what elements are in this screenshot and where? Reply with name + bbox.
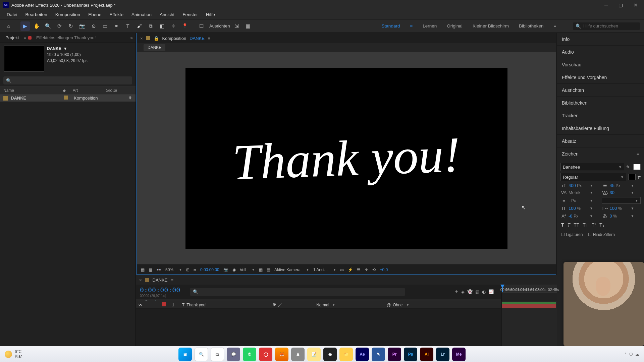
timeline-menu-icon[interactable]: ≡	[171, 278, 173, 283]
col-type[interactable]: Art	[73, 88, 106, 93]
panel-overflow-icon[interactable]: »	[130, 35, 133, 40]
stroke-color-swatch[interactable]	[628, 174, 636, 180]
panel-tracker[interactable]: Tracker	[557, 109, 644, 122]
clone-tool[interactable]: ⧉	[146, 21, 155, 31]
superscript-button[interactable]: T¹	[592, 222, 596, 228]
project-tab[interactable]: Projekt	[3, 34, 21, 42]
layer-video-toggle[interactable]: 👁	[139, 303, 143, 307]
pen-tool[interactable]: ✒	[112, 21, 121, 31]
col-size[interactable]: Größe	[106, 88, 132, 93]
rotate-tool[interactable]: ↻	[66, 21, 75, 31]
explorer-icon[interactable]: 🗂	[211, 348, 224, 361]
zoom-tool[interactable]: 🔍	[43, 21, 53, 31]
mask-icon[interactable]: 👓	[156, 267, 161, 272]
workspace-lernen[interactable]: Lernen	[423, 23, 437, 28]
comp-tab-menu-icon[interactable]: ≡	[208, 36, 211, 41]
guides-icon[interactable]: ▤	[267, 267, 270, 272]
panel-audio[interactable]: Audio	[557, 46, 644, 58]
font-family-select[interactable]: Banshee▼	[560, 163, 624, 171]
resolution-select[interactable]: Voll	[240, 267, 246, 272]
tracking-value[interactable]: 30	[610, 190, 628, 195]
text-tool[interactable]: T	[123, 21, 132, 31]
lock-icon[interactable]: 🔒	[154, 36, 159, 41]
label-color-icon[interactable]	[64, 96, 68, 100]
menu-komposition[interactable]: Komposition	[52, 11, 84, 18]
snap-checkbox[interactable]: ☐	[197, 21, 206, 31]
layer-name[interactable]: Thank you!	[186, 303, 206, 307]
menu-datei[interactable]: Datei	[3, 11, 21, 18]
timeline-close-icon[interactable]: ×	[139, 278, 142, 283]
puppet-tool[interactable]: 📍	[180, 21, 190, 31]
brush-tool[interactable]: 🖌	[135, 21, 144, 31]
menu-bearbeiten[interactable]: Bearbeiten	[22, 11, 51, 18]
layer-clip[interactable]	[502, 302, 556, 308]
comp-mini-flow-icon[interactable]: ⚘	[454, 289, 459, 294]
hscale-value[interactable]: 100 %	[610, 206, 628, 211]
taskbar-search[interactable]: 🔍	[195, 348, 208, 361]
home-icon[interactable]: ⌂	[4, 21, 13, 31]
app-red-icon[interactable]: ◯	[259, 348, 272, 361]
workspace-standard[interactable]: Standard	[382, 23, 400, 28]
layer-switch-fx-icon[interactable]: ／	[278, 302, 282, 308]
alpha-icon[interactable]: ▦	[141, 267, 145, 272]
menu-hilfe[interactable]: Hilfe	[203, 11, 218, 18]
layer-row[interactable]: 👁 1 T Thank you! ⊕ ／ Norma	[136, 301, 501, 309]
reset-exposure-icon[interactable]: ⟲	[372, 267, 376, 272]
whatsapp-icon[interactable]: ✆	[243, 348, 256, 361]
workspace-kleiner[interactable]: Kleiner Bildschirm	[473, 23, 509, 28]
stroke-style-select[interactable]: ▼	[602, 197, 641, 204]
menu-fenster[interactable]: Fenster	[179, 11, 201, 18]
after-effects-icon[interactable]: Ae	[356, 348, 369, 361]
start-button[interactable]: ⊞	[178, 348, 192, 361]
firefox-icon[interactable]: 🦊	[275, 348, 288, 361]
font-style-select[interactable]: Regular▼	[560, 173, 626, 181]
menu-ebene[interactable]: Ebene	[85, 11, 105, 18]
font-size-value[interactable]: 400 Px	[569, 183, 587, 188]
faux-italic-button[interactable]: T	[568, 222, 571, 228]
panel-bibliotheken[interactable]: Bibliotheken	[557, 97, 644, 109]
pixel-aspect-icon[interactable]: ▭	[340, 267, 344, 272]
teams-icon[interactable]: 💬	[227, 348, 240, 361]
transparency-icon[interactable]: ▩	[149, 267, 152, 272]
tray-app-icon[interactable]: ⬡	[629, 352, 633, 357]
channels-icon[interactable]: ◉	[232, 267, 236, 272]
close-tab-icon[interactable]: ×	[140, 36, 143, 41]
col-label-icon[interactable]: ◆	[63, 88, 73, 93]
panel-effekte[interactable]: Effekte und Vorgaben	[557, 71, 644, 84]
baseline-value[interactable]: -8 Px	[569, 214, 587, 219]
workspace-bibliotheken[interactable]: Bibliotheken	[519, 23, 544, 28]
shape-tool[interactable]: ▭	[100, 21, 110, 31]
obs-icon[interactable]: ◉	[323, 348, 337, 361]
camera-tool[interactable]: 📷	[77, 21, 87, 31]
anchor-tool[interactable]: ⊙	[89, 21, 98, 31]
project-search[interactable]: 🔍	[3, 76, 132, 84]
subscript-button[interactable]: T₁	[599, 222, 604, 228]
panel-content-fill[interactable]: Inhaltsbasierte Füllung	[557, 122, 644, 135]
snap-options-icon[interactable]: ⇲	[232, 21, 241, 31]
layer-mode[interactable]: Normal	[316, 303, 329, 307]
parent-pickwhip-icon[interactable]: @	[387, 303, 391, 307]
motion-blur-icon[interactable]: ◐	[482, 289, 486, 294]
effect-controls-tab[interactable]: Effekteinstellungen Thank you!	[34, 34, 98, 42]
comp-tab-name[interactable]: DANKE	[190, 36, 205, 41]
swap-colors-icon[interactable]: ⇄	[638, 175, 641, 179]
kerning-value[interactable]: Metrik	[569, 190, 587, 195]
eyedropper-icon[interactable]: ✎	[626, 165, 630, 170]
panel-menu-icon[interactable]: ≡	[23, 35, 26, 40]
panel-info[interactable]: Info	[557, 33, 644, 46]
panel-ausrichten[interactable]: Ausrichten	[557, 84, 644, 97]
faux-bold-button[interactable]: T	[561, 222, 564, 228]
exposure-value[interactable]: +0,0	[380, 267, 388, 272]
tray-cloud-icon[interactable]: ☁	[635, 352, 639, 357]
snapshot-icon[interactable]: 📷	[223, 267, 228, 272]
comp-flowchart-tab[interactable]: DANKE	[144, 44, 165, 51]
premiere-icon[interactable]: Pr	[388, 348, 401, 361]
composition-canvas[interactable]: Thank you!	[185, 68, 507, 249]
layer-parent[interactable]: Ohne	[393, 303, 402, 307]
comp-flow-icon[interactable]: ⚘	[365, 267, 368, 272]
ligatures-checkbox[interactable]: ☐ Ligaturen	[561, 232, 583, 237]
layer-label-icon[interactable]	[162, 302, 166, 306]
folder-icon[interactable]: 📁	[339, 348, 353, 361]
zoom-level[interactable]: 50%	[165, 267, 173, 272]
photoshop-icon[interactable]: Ps	[404, 348, 417, 361]
